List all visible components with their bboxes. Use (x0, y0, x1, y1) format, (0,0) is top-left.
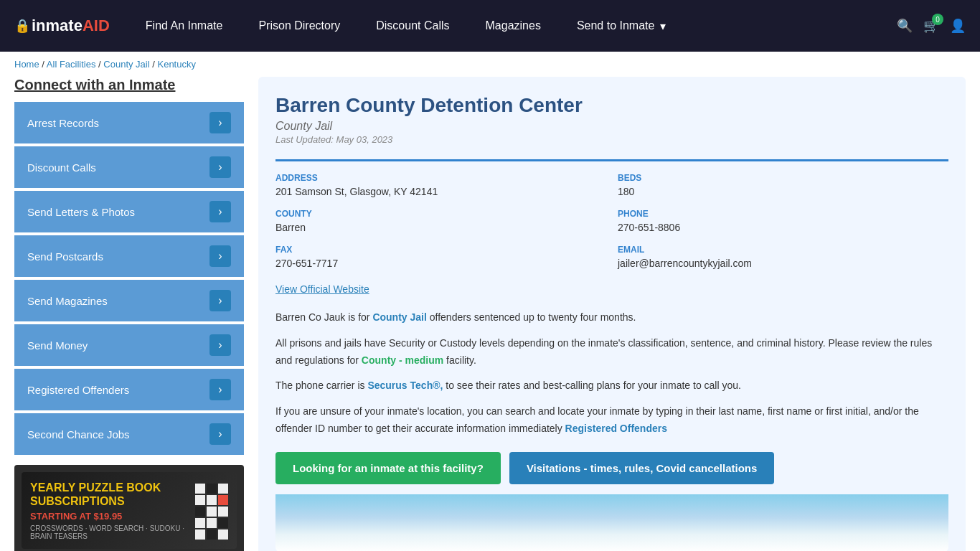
header-icons: 🔍 🛒 0 👤 (897, 18, 966, 34)
breadcrumb: Home / All Facilities / County Jail / Ke… (0, 52, 980, 77)
sidebar-ad[interactable]: YEARLY PUZZLE BOOKSUBSCRIPTIONS STARTING… (14, 465, 244, 551)
desc-para-4: If you are unsure of your inmate's locat… (275, 403, 948, 438)
search-icon: 🔍 (897, 18, 913, 34)
cart-badge: 0 (932, 14, 943, 25)
securus-link[interactable]: Securus Tech®, (367, 380, 443, 391)
logo[interactable]: 🔒 inmateAID (14, 17, 110, 35)
sidebar-item-registered-offenders[interactable]: Registered Offenders › (14, 369, 244, 410)
sidebar-item-send-postcards[interactable]: Send Postcards › (14, 235, 244, 277)
visitations-button[interactable]: Visitations - times, rules, Covid cancel… (509, 452, 775, 484)
info-address: ADDRESS 201 Samson St, Glasgow, KY 42141 (275, 173, 606, 197)
address-label: ADDRESS (275, 173, 606, 183)
arrow-icon: › (209, 112, 231, 133)
sidebar-item-arrest-records[interactable]: Arrest Records › (14, 102, 244, 143)
arrow-icon: › (209, 423, 231, 445)
nav-find-inmate[interactable]: Find An Inmate (131, 0, 237, 52)
sidebar-title: Connect with an Inmate (14, 77, 244, 93)
nav-discount-calls[interactable]: Discount Calls (362, 0, 463, 52)
nav-prison-directory[interactable]: Prison Directory (244, 0, 354, 52)
county-value: Barren (275, 222, 606, 233)
email-value: jailer@barrencountykyjail.com (618, 258, 948, 269)
sidebar: Connect with an Inmate Arrest Records › … (14, 77, 244, 551)
phone-value: 270-651-8806 (618, 222, 948, 233)
arrow-icon: › (209, 201, 231, 222)
info-beds: BEDS 180 (618, 173, 948, 197)
info-grid: ADDRESS 201 Samson St, Glasgow, KY 42141… (275, 159, 948, 269)
dropdown-arrow-icon: ▾ (660, 19, 666, 33)
info-fax: FAX 270-651-7717 (275, 245, 606, 269)
arrow-icon: › (209, 245, 231, 267)
arrow-icon: › (209, 379, 231, 400)
facility-type: County Jail (275, 120, 948, 133)
registered-offenders-link[interactable]: Registered Offenders (565, 423, 667, 434)
sidebar-item-discount-calls[interactable]: Discount Calls › (14, 146, 244, 188)
breadcrumb-home[interactable]: Home (14, 59, 39, 70)
user-icon: 👤 (950, 18, 966, 34)
official-website-link[interactable]: View Official Website (275, 283, 948, 295)
arrow-icon: › (209, 290, 231, 311)
ad-puzzle-book: YEARLY PUZZLE BOOKSUBSCRIPTIONS STARTING… (22, 472, 237, 549)
breadcrumb-county-jail[interactable]: County Jail (103, 59, 149, 70)
fax-label: FAX (275, 245, 606, 255)
action-buttons: Looking for an inmate at this facility? … (275, 452, 948, 484)
email-label: EMAIL (618, 245, 948, 255)
sidebar-item-second-chance-jobs[interactable]: Second Chance Jobs › (14, 413, 244, 455)
nav-send-to-inmate[interactable]: Send to Inmate ▾ (562, 0, 681, 52)
fax-value: 270-651-7717 (275, 258, 606, 269)
breadcrumb-kentucky[interactable]: Kentucky (157, 59, 195, 70)
sidebar-item-send-letters[interactable]: Send Letters & Photos › (14, 191, 244, 232)
sidebar-item-send-money[interactable]: Send Money › (14, 324, 244, 366)
ad-types: CROSSWORDS · WORD SEARCH · SUDOKU · BRAI… (30, 524, 189, 540)
nav: Find An Inmate Prison Directory Discount… (131, 0, 897, 52)
desc-para-2: All prisons and jails have Security or C… (275, 335, 948, 369)
header: 🔒 inmateAID Find An Inmate Prison Direct… (0, 0, 980, 52)
beds-label: BEDS (618, 173, 948, 183)
logo-text: inmateAID (32, 17, 110, 35)
user-button[interactable]: 👤 (950, 18, 966, 34)
arrow-icon: › (209, 334, 231, 356)
address-value: 201 Samson St, Glasgow, KY 42141 (275, 186, 606, 197)
ad-title: YEARLY PUZZLE BOOKSUBSCRIPTIONS (30, 481, 189, 508)
search-button[interactable]: 🔍 (897, 18, 913, 34)
main-content: Connect with an Inmate Arrest Records › … (0, 77, 980, 551)
phone-label: PHONE (618, 209, 948, 219)
facility-image (275, 494, 948, 551)
find-inmate-button[interactable]: Looking for an inmate at this facility? (275, 452, 501, 484)
county-label: COUNTY (275, 209, 606, 219)
county-medium-link[interactable]: County - medium (362, 354, 443, 366)
nav-magazines[interactable]: Magazines (471, 0, 555, 52)
cart-button[interactable]: 🛒 0 (923, 18, 939, 34)
county-jail-link-1[interactable]: County Jail (372, 311, 426, 323)
desc-para-3: The phone carrier is Securus Tech®, to s… (275, 377, 948, 395)
ad-subtitle: STARTING AT $19.95 (30, 511, 189, 522)
beds-value: 180 (618, 186, 948, 197)
facility-updated: Last Updated: May 03, 2023 (275, 134, 948, 145)
desc-para-1: Barren Co Jauk is for County Jail offend… (275, 309, 948, 326)
facility-name: Barren County Detention Center (275, 94, 948, 117)
sidebar-item-send-magazines[interactable]: Send Magazines › (14, 280, 244, 321)
facility-description: Barren Co Jauk is for County Jail offend… (275, 309, 948, 438)
info-county: COUNTY Barren (275, 209, 606, 233)
breadcrumb-all-facilities[interactable]: All Facilities (47, 59, 96, 70)
info-email: EMAIL jailer@barrencountykyjail.com (618, 245, 948, 269)
sidebar-menu: Arrest Records › Discount Calls › Send L… (14, 102, 244, 455)
detail-panel: Barren County Detention Center County Ja… (258, 77, 966, 551)
logo-icon: 🔒 (14, 18, 30, 34)
arrow-icon: › (209, 156, 231, 178)
info-phone: PHONE 270-651-8806 (618, 209, 948, 233)
